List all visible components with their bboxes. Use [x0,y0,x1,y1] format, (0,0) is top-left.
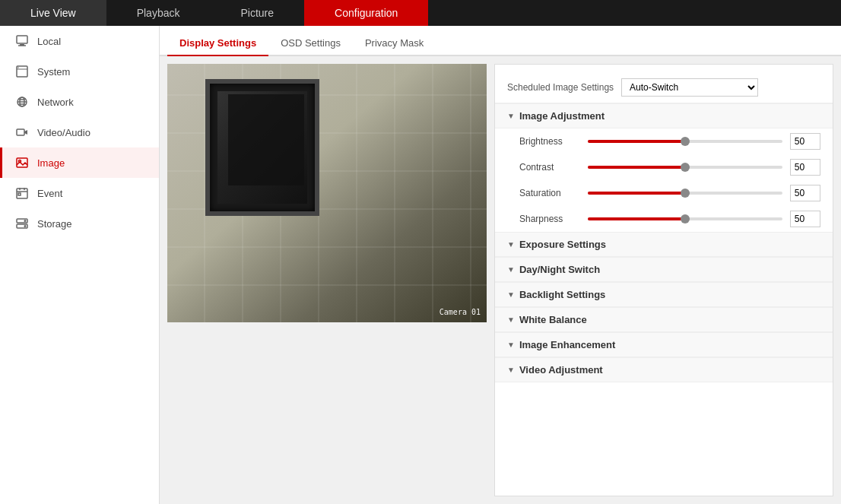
section-backlight-settings[interactable]: ▼ Backlight Settings [495,282,833,307]
storage-icon [14,216,30,231]
contrast-label: Contrast [519,162,580,173]
brightness-label: Brightness [519,136,580,147]
sidebar-label-system: System [37,66,70,78]
svg-rect-0 [17,36,27,43]
saturation-row: Saturation 50 [495,180,833,206]
system-icon [14,64,30,79]
tab-bar: Display Settings OSD Settings Privacy Ma… [160,26,841,56]
sidebar-item-video-audio[interactable]: Video/Audio [0,117,159,147]
day-night-switch-label: Day/Night Switch [519,264,600,275]
section-day-night-switch[interactable]: ▼ Day/Night Switch [495,257,833,282]
sidebar-label-local: Local [37,36,61,47]
brightness-fill [588,140,685,143]
settings-panel: Scheduled Image Settings Auto-Switch Day… [494,64,833,496]
chevron-right-icon-video: ▼ [507,366,515,374]
svg-rect-19 [18,193,21,195]
sidebar-item-system[interactable]: System [0,56,159,87]
sidebar-item-network[interactable]: Network [0,87,159,117]
scheduled-label: Scheduled Image Settings [507,82,614,93]
top-navigation: Live View Playback Picture Configuration [0,0,841,26]
camera-label: Camera 01 [440,308,481,316]
section-exposure-settings[interactable]: ▼ Exposure Settings [495,232,833,257]
svg-rect-11 [17,129,24,135]
sharpness-fill [588,217,685,220]
main-layout: Local System Net [0,26,841,504]
nav-configuration[interactable]: Configuration [304,0,428,26]
nav-picture[interactable]: Picture [210,0,304,26]
chevron-down-icon: ▼ [507,112,515,120]
scheduled-row: Scheduled Image Settings Auto-Switch Day… [495,72,833,103]
section-image-adjustment[interactable]: ▼ Image Adjustment [495,103,833,128]
saturation-thumb[interactable] [681,189,690,198]
main-content: Display Settings OSD Settings Privacy Ma… [160,26,841,504]
monitor-icon [14,33,30,49]
sidebar-label-video-audio: Video/Audio [37,127,90,138]
brightness-thumb[interactable] [681,137,690,146]
sidebar-label-network: Network [37,97,74,108]
chevron-right-icon-wb: ▼ [507,315,515,324]
network-icon [14,94,30,109]
section-white-balance[interactable]: ▼ White Balance [495,307,833,332]
tab-display-settings[interactable]: Display Settings [167,31,268,56]
camera-image: 01 01 1970 Thu 08:08:26 Camera 01 [167,64,487,322]
sharpness-slider-container [588,213,782,225]
content-area: 01 01 1970 Thu 08:08:26 Camera 01 Schedu… [160,56,841,504]
sidebar-item-image[interactable]: Image [0,147,159,178]
brightness-value[interactable]: 50 [790,133,820,150]
brightness-slider-container [588,135,782,147]
sidebar-item-local[interactable]: Local [0,26,159,56]
camera-preview: 01 01 1970 Thu 08:08:26 Camera 01 [167,64,487,322]
tab-privacy-mask[interactable]: Privacy Mask [353,31,436,56]
contrast-fill [588,166,685,169]
contrast-row: Contrast 50 [495,154,833,180]
svg-point-23 [24,226,26,227]
video-adjustment-label: Video Adjustment [519,364,603,376]
brightness-track [588,140,782,143]
saturation-value[interactable]: 50 [790,185,820,201]
backlight-settings-label: Backlight Settings [519,289,605,300]
sidebar-label-storage: Storage [37,218,72,230]
sharpness-label: Sharpness [519,214,580,224]
saturation-track [588,192,782,195]
sharpness-track [588,217,782,220]
contrast-thumb[interactable] [681,163,690,172]
contrast-slider-container [588,161,782,173]
section-video-adjustment[interactable]: ▼ Video Adjustment [495,357,833,382]
sharpness-row: Sharpness 50 [495,206,833,232]
saturation-slider-container [588,187,782,199]
exposure-settings-label: Exposure Settings [519,239,606,250]
svg-point-22 [24,220,26,222]
image-icon [14,155,30,170]
saturation-label: Saturation [519,188,580,198]
contrast-track [588,166,782,169]
contrast-value[interactable]: 50 [790,159,820,176]
sidebar: Local System Net [0,26,160,504]
section-image-enhancement[interactable]: ▼ Image Enhancement [495,332,833,357]
brightness-row: Brightness 50 [495,128,833,154]
scheduled-select[interactable]: Auto-Switch Day Night Scheduled [621,78,758,97]
white-balance-label: White Balance [519,314,587,325]
chevron-right-icon-daynight: ▼ [507,265,515,274]
sharpness-value[interactable]: 50 [790,211,820,227]
image-adjustment-label: Image Adjustment [519,110,605,122]
sidebar-item-event[interactable]: Event [0,178,159,208]
tab-osd-settings[interactable]: OSD Settings [268,31,353,56]
chevron-right-icon-exposure: ▼ [507,240,515,249]
nav-live-view[interactable]: Live View [0,0,106,26]
saturation-fill [588,192,685,195]
nav-playback[interactable]: Playback [106,0,211,26]
image-enhancement-label: Image Enhancement [519,339,615,350]
svg-point-5 [17,67,19,68]
sidebar-label-image: Image [37,157,65,169]
event-icon [14,185,30,201]
chevron-right-icon-enhancement: ▼ [507,341,515,349]
video-icon [14,125,30,140]
sidebar-label-event: Event [37,188,62,199]
sharpness-thumb[interactable] [681,214,690,223]
sidebar-item-storage[interactable]: Storage [0,208,159,239]
chevron-right-icon-backlight: ▼ [507,290,515,299]
